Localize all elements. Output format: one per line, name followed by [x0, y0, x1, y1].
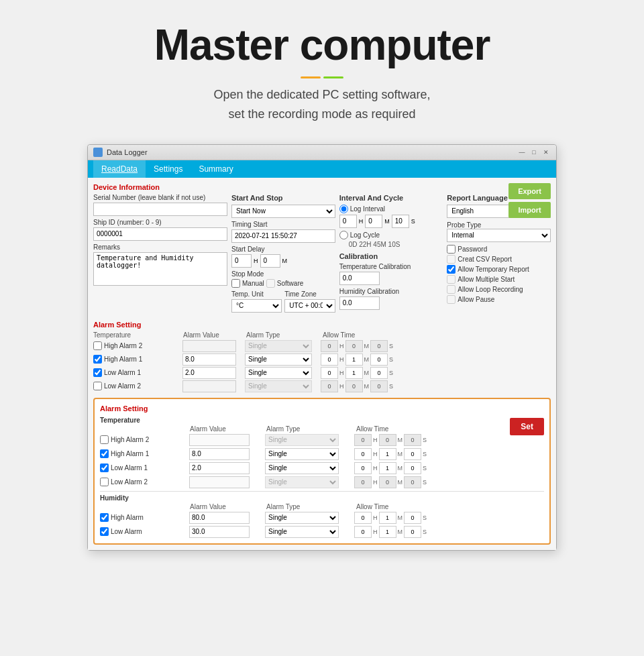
- password-checkbox[interactable]: [447, 245, 455, 254]
- hl-humid-high-checkbox[interactable]: [100, 513, 109, 522]
- temp-cal-input[interactable]: [339, 272, 380, 285]
- allow-multiple-cb: Allow Multiple Start: [447, 275, 551, 284]
- hl-ha1-h[interactable]: [354, 448, 372, 460]
- low-alarm1-select[interactable]: Single: [245, 367, 312, 379]
- interval-h-input[interactable]: [339, 215, 357, 228]
- hl-ha1-select[interactable]: Single: [265, 448, 339, 460]
- menu-settings[interactable]: Settings: [146, 160, 191, 178]
- hl-la2-s[interactable]: [404, 476, 421, 488]
- hl-humid-low-select[interactable]: Single: [265, 526, 339, 538]
- hl-low-alarm2: Low Alarm 2: [100, 478, 187, 486]
- hl-low-alarm2-checkbox[interactable]: [100, 478, 109, 486]
- hl-humid-high-input[interactable]: [189, 512, 250, 524]
- hl-la1-h[interactable]: [354, 462, 372, 474]
- maximize-button[interactable]: □: [529, 148, 539, 157]
- ship-id-input[interactable]: [93, 227, 227, 241]
- remarks-textarea[interactable]: Temperature and Humidity datalogger!: [93, 252, 227, 286]
- timezone-select[interactable]: UTC + 00:00: [284, 299, 335, 313]
- la2-s[interactable]: [370, 380, 388, 392]
- close-button[interactable]: ✕: [541, 148, 551, 157]
- ha2-s[interactable]: [370, 340, 388, 352]
- hl-ha1-input[interactable]: [189, 448, 250, 460]
- humid-cal-input[interactable]: [339, 296, 380, 310]
- la1-m[interactable]: [345, 367, 363, 379]
- la1-h[interactable]: [321, 367, 338, 379]
- hl-ha2-h[interactable]: [354, 434, 372, 446]
- allow-pause-checkbox[interactable]: [447, 295, 455, 304]
- hl-la1-m[interactable]: [379, 462, 396, 474]
- stop-mode-label: Stop Mode: [231, 270, 335, 278]
- hl-humid-high-select[interactable]: Single: [265, 512, 339, 524]
- hl-ha2-input[interactable]: [189, 434, 250, 446]
- hl-low-alarm1-checkbox[interactable]: [100, 463, 109, 472]
- log-cycle-radio[interactable]: [339, 231, 348, 239]
- low-alarm2-checkbox[interactable]: [93, 382, 102, 390]
- interval-s-input[interactable]: [392, 215, 409, 228]
- hl-high-alarm2-checkbox[interactable]: [100, 435, 109, 444]
- manual-checkbox[interactable]: [231, 279, 240, 288]
- low-alarm2-select[interactable]: Single: [245, 380, 312, 392]
- creat-csv-checkbox[interactable]: [447, 255, 455, 264]
- low-alarm1-checkbox[interactable]: [93, 368, 102, 377]
- hl-humid-low-checkbox[interactable]: [100, 527, 109, 536]
- ha1-h[interactable]: [321, 353, 338, 366]
- hl-ha2-m[interactable]: [379, 434, 396, 446]
- la2-m[interactable]: [345, 380, 363, 392]
- ha2-m[interactable]: [345, 340, 363, 352]
- serial-input[interactable]: [93, 203, 227, 216]
- menu-readdata[interactable]: ReadData: [93, 160, 146, 178]
- log-cycle-field: Log Cycle 0D 22H 45M 10S: [339, 231, 443, 248]
- allow-temp-checkbox[interactable]: [447, 265, 455, 274]
- menu-summary[interactable]: Summary: [191, 160, 241, 178]
- low-alarm1-input[interactable]: [182, 367, 236, 379]
- temp-unit-select[interactable]: °C: [231, 299, 282, 313]
- hl-hh-m[interactable]: [379, 512, 396, 524]
- hl-hh-h[interactable]: [354, 512, 372, 524]
- hl-ha2-s[interactable]: [404, 434, 421, 446]
- hl-ha1-m[interactable]: [379, 448, 396, 460]
- hl-la1-input[interactable]: [189, 462, 250, 474]
- hl-humid-low-input[interactable]: [189, 526, 250, 538]
- hl-row-3: Low Alarm 2 Single H M S: [100, 476, 544, 488]
- hl-high-alarm1-checkbox[interactable]: [100, 449, 109, 458]
- hl-la2-select[interactable]: Single: [265, 476, 339, 488]
- ha1-m[interactable]: [345, 353, 363, 366]
- hl-la2-m[interactable]: [379, 476, 396, 488]
- minimize-button[interactable]: —: [517, 148, 527, 157]
- high-alarm1-select[interactable]: Single: [245, 353, 312, 366]
- probe-type-select[interactable]: Internal: [447, 229, 551, 242]
- allow-loop-checkbox[interactable]: [447, 285, 455, 294]
- hl-la2-input[interactable]: [189, 476, 250, 488]
- log-interval-radio[interactable]: [339, 205, 348, 213]
- low-alarm2-input[interactable]: [182, 380, 236, 392]
- allow-multiple-checkbox[interactable]: [447, 275, 455, 284]
- la2-h[interactable]: [321, 380, 338, 392]
- hl-la2-h[interactable]: [354, 476, 372, 488]
- ha1-s[interactable]: [370, 353, 388, 366]
- set-button[interactable]: Set: [510, 418, 544, 435]
- high-alarm2-checkbox[interactable]: [93, 341, 102, 350]
- hl-la2-time: H M S: [354, 476, 544, 488]
- interval-m-input[interactable]: [365, 215, 382, 228]
- hl-ha2-select[interactable]: Single: [265, 434, 339, 446]
- high-alarm1-checkbox[interactable]: [93, 355, 102, 364]
- start-mode-select[interactable]: Start Now: [231, 205, 335, 218]
- timing-start-input[interactable]: [231, 229, 335, 243]
- high-alarm2-select[interactable]: Single: [245, 340, 312, 352]
- hl-ha1-s[interactable]: [404, 448, 421, 460]
- hl-la1-s[interactable]: [404, 462, 421, 474]
- delay-h-input[interactable]: [231, 254, 252, 268]
- hl-la1-select[interactable]: Single: [265, 462, 339, 474]
- export-button[interactable]: Export: [508, 183, 551, 199]
- software-checkbox[interactable]: [266, 279, 275, 288]
- high-alarm1-input[interactable]: [182, 353, 236, 366]
- ha2-h[interactable]: [321, 340, 338, 352]
- la1-s[interactable]: [370, 367, 388, 379]
- hl-hh-s[interactable]: [404, 512, 421, 524]
- import-button[interactable]: Import: [508, 202, 551, 218]
- delay-m-input[interactable]: [260, 254, 280, 268]
- hl-hl-m[interactable]: [379, 526, 396, 538]
- hl-hl-h[interactable]: [354, 526, 372, 538]
- high-alarm2-input[interactable]: [182, 340, 236, 352]
- hl-hl-s[interactable]: [404, 526, 421, 538]
